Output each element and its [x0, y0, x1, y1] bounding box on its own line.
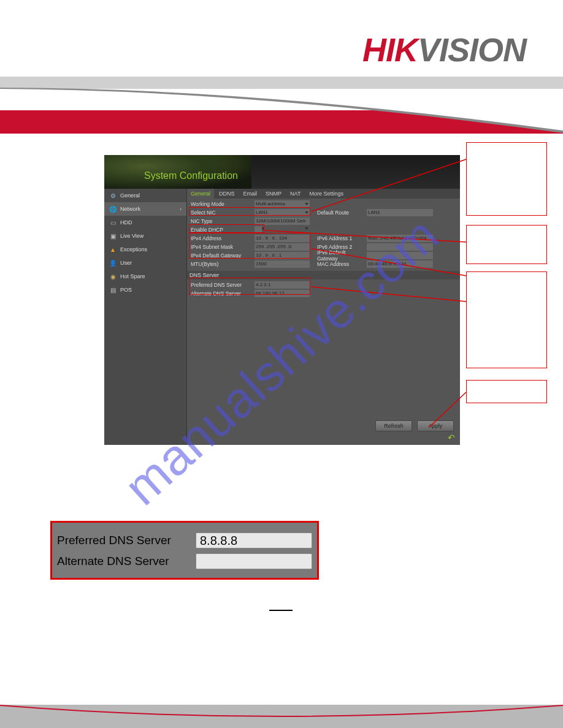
pos-icon: ▤	[109, 286, 117, 294]
brand-logo: HIKVISION	[362, 31, 526, 69]
select-default-route[interactable]: LAN1	[367, 209, 433, 216]
footer-swoosh	[0, 697, 563, 728]
brand-part2: VISION	[418, 31, 526, 68]
sidebar-item-network[interactable]: 🌐 Network ›	[104, 202, 186, 216]
input-ipv6-addr2[interactable]	[367, 243, 433, 251]
tab-ddns[interactable]: DDNS	[215, 189, 239, 199]
dns-example-pref-input[interactable]	[196, 533, 312, 548]
dns-example-alt-label: Alternate DNS Server	[57, 555, 192, 568]
sidebar-item-label: Network	[120, 206, 140, 212]
dns-example-alt-row: Alternate DNS Server	[57, 551, 312, 572]
dns-section-header: DNS Server	[187, 271, 460, 279]
label-ipv4-gateway: IPv4 Default Gateway	[190, 252, 252, 259]
sidebar-item-label: Hot Spare	[120, 273, 145, 279]
input-alt-dns[interactable]: 66.180.96.12	[255, 290, 310, 297]
hotspare-icon: ◉	[109, 273, 117, 280]
page-title: System Configuration	[144, 170, 238, 181]
label-ipv6-addr1: IPv6 Address 1	[312, 235, 364, 241]
tab-more-settings[interactable]: More Settings	[305, 189, 347, 199]
divider-dash	[269, 610, 293, 611]
chevron-right-icon: ›	[180, 207, 182, 212]
annotation-box-1	[466, 142, 547, 216]
sidebar-item-liveview[interactable]: ▣ Live View	[104, 229, 186, 243]
tab-snmp[interactable]: SNMP	[262, 189, 285, 199]
refresh-button[interactable]: Refresh	[375, 420, 412, 431]
main-panel: General DDNS Email SNMP NAT More Setting…	[187, 189, 460, 445]
sidebar-item-pos[interactable]: ▤ POS	[104, 283, 186, 297]
label-ipv6-gateway: IPv6 Default Gateway	[312, 249, 364, 262]
input-ipv4-gateway[interactable]: 10 . 9 . 6 . 1	[255, 252, 310, 259]
sidebar-item-user[interactable]: 👤 User	[104, 256, 186, 270]
label-nic-type: NIC Type	[190, 218, 252, 224]
hdd-icon: ▭	[109, 219, 117, 226]
select-working-mode[interactable]: Multi-address	[255, 200, 310, 208]
sidebar-item-general[interactable]: ⚙ General	[104, 189, 186, 202]
sidebar-item-label: POS	[120, 287, 132, 293]
label-default-route: Default Route	[312, 210, 364, 216]
row-select-nic: Select NIC LAN1 Default Route LAN1	[190, 208, 458, 217]
input-mtu[interactable]: 1500	[255, 260, 310, 268]
tab-email[interactable]: Email	[240, 189, 261, 199]
screenshot-header: System Configuration	[104, 155, 460, 189]
label-ipv4-address: IPv4 Address	[190, 235, 252, 241]
sidebar-item-label: User	[120, 260, 132, 266]
label-enable-dhcp: Enable DHCP	[190, 227, 252, 233]
label-mac: MAC Address	[312, 261, 364, 267]
tabs: General DDNS Email SNMP NAT More Setting…	[187, 189, 460, 199]
back-arrow-icon[interactable]: ↶	[448, 433, 455, 442]
form-area: Working Mode Multi-address Select NIC LA…	[187, 199, 460, 270]
row-ipv4-gateway: IPv4 Default Gateway 10 . 9 . 6 . 1 IPv6…	[190, 251, 458, 260]
row-nic-type: NIC Type 10M/100M/1000M Self-ada	[190, 217, 458, 226]
annotation-box-2	[466, 225, 547, 264]
header-swoosh	[0, 77, 563, 144]
annotation-box-4	[466, 380, 547, 403]
input-ipv6-gateway[interactable]	[367, 252, 433, 259]
label-ipv4-mask: IPv4 Subnet Mask	[190, 244, 252, 250]
row-mtu: MTU(Bytes) 1500 MAC Address 00:40:48:bf:…	[190, 260, 458, 268]
tab-nat[interactable]: NAT	[286, 189, 304, 199]
user-icon: 👤	[109, 259, 117, 267]
label-alt-dns: Alternate DNS Server	[190, 290, 252, 297]
warning-icon: ▲	[109, 246, 117, 253]
globe-icon: 🌐	[109, 205, 117, 213]
label-select-nic: Select NIC	[190, 210, 252, 216]
annotation-box-3	[466, 271, 547, 368]
tab-general[interactable]: General	[187, 189, 214, 199]
dns-example-box: Preferred DNS Server Alternate DNS Serve…	[50, 521, 319, 580]
input-pref-dns[interactable]: 4.2.2.1	[255, 281, 310, 289]
row-enable-dhcp: Enable DHCP	[190, 226, 458, 234]
gear-icon: ⚙	[109, 192, 117, 199]
input-ipv4-address[interactable]: 10 . 9 . 6 . 104	[255, 235, 310, 242]
liveview-icon: ▣	[109, 232, 117, 240]
row-working-mode: Working Mode Multi-address	[190, 200, 458, 208]
label-mtu: MTU(Bytes)	[190, 261, 252, 267]
row-pref-dns: Preferred DNS Server 4.2.2.1	[190, 281, 458, 289]
sidebar-item-hotspare[interactable]: ◉ Hot Spare	[104, 270, 186, 283]
label-working-mode: Working Mode	[190, 201, 252, 207]
sidebar: ⚙ General 🌐 Network › ▭ HDD ▣ Live View …	[104, 189, 187, 445]
brand-part1: HIK	[362, 31, 418, 68]
input-ipv6-addr1[interactable]: fe80::240:4fff:feb1:a32d/64	[367, 235, 433, 242]
dns-example-alt-input[interactable]	[196, 553, 312, 569]
row-alt-dns: Alternate DNS Server 66.180.96.12	[190, 289, 458, 298]
nvr-screenshot: System Configuration ⚙ General 🌐 Network…	[104, 155, 460, 445]
checkbox-enable-dhcp[interactable]	[255, 226, 262, 233]
bottom-buttons: Refresh Apply	[375, 420, 454, 431]
dns-example-pref-label: Preferred DNS Server	[57, 534, 192, 547]
sidebar-item-label: Exceptions	[120, 246, 147, 252]
select-nic[interactable]: LAN1	[255, 209, 310, 216]
select-nic-type[interactable]: 10M/100M/1000M Self-ada	[255, 218, 310, 225]
value-mac: 00:40:48:bf:e3:2d	[367, 260, 433, 268]
input-ipv4-mask[interactable]: 255 .255 .255 .0	[255, 243, 310, 251]
sidebar-item-exceptions[interactable]: ▲ Exceptions	[104, 243, 186, 256]
sidebar-item-label: Live View	[120, 233, 144, 239]
apply-button[interactable]: Apply	[417, 420, 454, 431]
row-ipv4-address: IPv4 Address 10 . 9 . 6 . 104 IPv6 Addre…	[190, 234, 458, 243]
sidebar-item-label: HDD	[120, 219, 132, 226]
sidebar-item-label: General	[120, 192, 140, 199]
label-pref-dns: Preferred DNS Server	[190, 282, 252, 288]
dns-example-pref-row: Preferred DNS Server	[57, 530, 312, 551]
sidebar-item-hdd[interactable]: ▭ HDD	[104, 216, 186, 229]
